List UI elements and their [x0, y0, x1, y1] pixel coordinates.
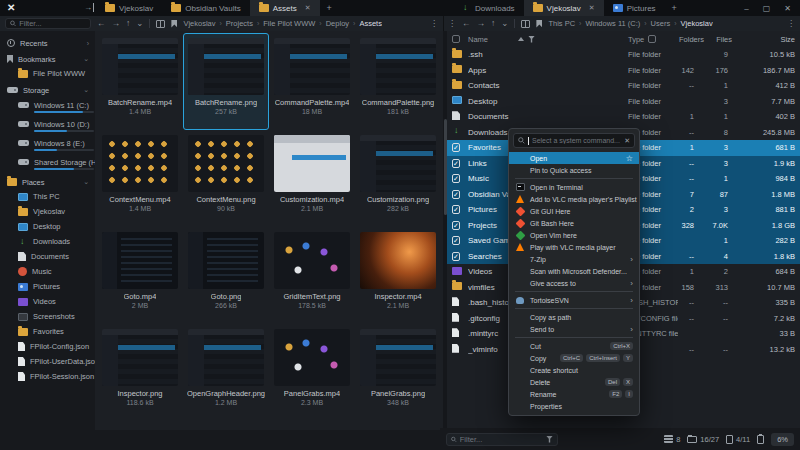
right-filter-input[interactable] [460, 435, 543, 444]
menu-item-create-shortcut[interactable]: Create shortcut [509, 364, 639, 376]
select-all-checkbox[interactable] [452, 35, 460, 43]
command-search-box[interactable]: Select a system command... ✕ [513, 133, 635, 148]
checkbox-checked-icon[interactable]: ✓ [452, 252, 460, 261]
sidebar-item-fpilot-session-json[interactable]: FPilot-Session.json [0, 369, 95, 384]
sidebar-item-fpilot-config-json[interactable]: FPilot-Config.json [0, 339, 95, 354]
checkbox-checked-icon[interactable]: ✓ [452, 174, 460, 183]
sidebar-section-header-bookmarks[interactable]: Bookmarks⌄ [0, 52, 95, 66]
chevron-down-icon[interactable]: ⌄ [83, 86, 89, 94]
sidebar-item-windows-11-c[interactable]: Windows 11 (C:) [0, 97, 95, 116]
grid-item-panelgrabs-png[interactable]: PanelGrabs.png348 kB [355, 324, 441, 421]
favorite-star-icon[interactable]: ☆ [626, 154, 633, 163]
column-header-folders[interactable]: Folders [678, 35, 706, 44]
menu-item-pin-to-quick-access[interactable]: Pin to Quick access [509, 164, 639, 176]
table-row-ssh[interactable]: .sshFile folder910.5 kB [447, 47, 800, 63]
checkbox-checked-icon[interactable]: ✓ [452, 205, 460, 214]
grid-item-goto-mp4[interactable]: Goto.mp42 MB [97, 227, 183, 324]
menu-item-send-to[interactable]: Send to› [509, 323, 639, 335]
menu-item-delete[interactable]: DeleteDelX [509, 376, 639, 388]
grid-item-contextmenu-mp4[interactable]: ContextMenu.mp41.4 MB [97, 130, 183, 227]
columns-view-icon[interactable] [521, 20, 530, 28]
close-icon[interactable]: ✕ [624, 137, 630, 145]
menu-item-give-access-to[interactable]: Give access to› [509, 277, 639, 289]
checkbox-checked-icon[interactable]: ✓ [452, 221, 460, 230]
tab-close-icon[interactable]: ✕ [305, 4, 311, 12]
sidebar-item-music[interactable]: Music [0, 264, 95, 279]
menu-item-rename[interactable]: RenameF2I [509, 388, 639, 400]
history-dropdown-icon[interactable]: ⌄ [501, 16, 508, 31]
back-button[interactable]: ← [462, 16, 471, 31]
grid-item-batchrename-mp4[interactable]: BatchRename.mp41.4 MB [97, 33, 183, 130]
sidebar-item-downloads[interactable]: Downloads [0, 234, 95, 249]
forward-button[interactable]: → [112, 16, 121, 31]
sidebar-item-desktop[interactable]: Desktop [0, 219, 95, 234]
tab-vjekoslav[interactable]: Vjekoslav✕ [524, 0, 604, 16]
new-tab-button[interactable]: + [665, 0, 684, 16]
sidebar-item-favorites[interactable]: Favorites [0, 324, 95, 339]
left-filter-box[interactable] [5, 18, 91, 29]
sidebar-item-vjekoslav[interactable]: Vjekoslav [0, 204, 95, 219]
minimize-button[interactable]: – [744, 4, 748, 13]
sort-ascending-icon[interactable] [518, 37, 524, 41]
back-button[interactable]: ← [97, 16, 106, 31]
menu-item-open[interactable]: Open☆ [509, 152, 639, 164]
grid-item-opengraphheader-png[interactable]: OpenGraphHeader.png1.2 MB [183, 324, 269, 421]
menu-item-git-bash-here[interactable]: Git Bash Here [509, 217, 639, 229]
breadcrumb-deploy[interactable]: Deploy [326, 19, 349, 28]
grid-item-batchrename-png[interactable]: BatchRename.png257 kB [183, 33, 269, 130]
column-header-name[interactable]: Name [468, 35, 488, 44]
checkbox-checked-icon[interactable]: ✓ [452, 236, 460, 245]
chevron-down-icon[interactable]: ⌄ [83, 178, 89, 186]
sidebar-item-fpilot-userdata-json[interactable]: FPilot-UserData.json [0, 354, 95, 369]
menu-item-open-vim-here[interactable]: Open Vim here [509, 229, 639, 241]
usage-percent-badge[interactable]: 6% [771, 433, 794, 446]
filter-options-icon[interactable] [546, 436, 553, 443]
clipboard-icon[interactable] [757, 435, 764, 444]
menu-item-7-zip[interactable]: 7-Zip› [509, 253, 639, 265]
grid-item-griditemtext-png[interactable]: GridItemText.png178.5 kB [269, 227, 355, 324]
left-filter-input[interactable] [19, 19, 86, 28]
breadcrumb-projects[interactable]: Projects [226, 19, 253, 28]
menu-item-cut[interactable]: CutCtrl+X [509, 340, 639, 352]
right-more-icon[interactable]: ⋮ [787, 19, 795, 28]
table-row-apps[interactable]: AppsFile folder142176186.7 MB [447, 63, 800, 79]
sidebar-item-shared-storage-h[interactable]: Shared Storage (H:) [0, 154, 95, 173]
sidebar-item-this-pc[interactable]: This PC [0, 189, 95, 204]
up-button[interactable]: ↑ [491, 16, 495, 31]
sidebar-section-header-places[interactable]: Places⌄ [0, 175, 95, 189]
grid-item-commandpalette-png[interactable]: CommandPalette.png181 kB [355, 33, 441, 130]
close-button[interactable]: ✕ [784, 4, 791, 13]
bookmark-icon[interactable] [536, 20, 542, 28]
checkbox-checked-icon[interactable]: ✓ [452, 190, 460, 199]
sidebar-section-header-storage[interactable]: Storage⌄ [0, 83, 95, 97]
grid-item-commandpalette-mp4[interactable]: CommandPalette.mp418 MB [269, 33, 355, 130]
column-header-size[interactable]: Size [736, 35, 800, 44]
sidebar-item-videos[interactable]: Videos [0, 294, 95, 309]
sidebar-item-screenshots[interactable]: Screenshots [0, 309, 95, 324]
bookmark-icon[interactable] [171, 20, 177, 28]
menu-item-scan-with-microsoft-defender[interactable]: Scan with Microsoft Defender... [509, 265, 639, 277]
up-button[interactable]: ↑ [126, 16, 130, 31]
forward-button[interactable]: → [477, 16, 486, 31]
table-row-documents[interactable]: DocumentsFile folder11402 B [447, 109, 800, 125]
menu-item-add-to-vlc-media-player-s-playlist[interactable]: Add to VLC media player's Playlist [509, 193, 639, 205]
menu-item-git-gui-here[interactable]: Git GUI Here [509, 205, 639, 217]
left-more-icon[interactable]: ⋮ [430, 19, 438, 28]
breadcrumb-users[interactable]: Users [651, 19, 671, 28]
sidebar-item-windows-8-e[interactable]: Windows 8 (E:) [0, 135, 95, 154]
sidebar-section-header-recents[interactable]: Recents› [0, 36, 95, 50]
new-tab-button[interactable]: + [320, 0, 339, 16]
breadcrumb-vjekoslav[interactable]: Vjekoslav [681, 19, 713, 28]
tab-vjekoslav[interactable]: Vjekoslav [96, 0, 162, 16]
table-row-contacts[interactable]: ContactsFile folder--1412 B [447, 78, 800, 94]
column-header-type[interactable]: Type [628, 35, 644, 44]
grid-item-customization-png[interactable]: Customization.png282 kB [355, 130, 441, 227]
grid-item-goto-png[interactable]: Goto.png266 kB [183, 227, 269, 324]
send-to-pane-icon[interactable]: → [84, 3, 94, 12]
tab-assets[interactable]: Assets✕ [250, 0, 320, 16]
tab-obsidian-vaults[interactable]: Obsidian Vaults [162, 0, 249, 16]
menu-item-tortoisesvn[interactable]: TortoiseSVN› [509, 294, 639, 306]
grid-item-customization-mp4[interactable]: Customization.mp42.1 MB [269, 130, 355, 227]
columns-view-icon[interactable] [156, 20, 165, 28]
grid-item-inspector-mp4[interactable]: Inspector.mp42.1 MB [355, 227, 441, 324]
